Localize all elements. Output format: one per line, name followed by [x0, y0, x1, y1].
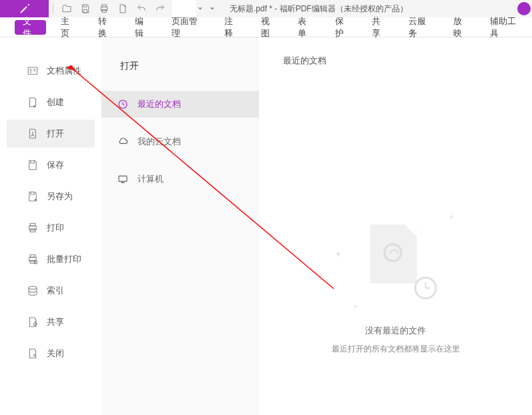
batchprint-icon [27, 253, 39, 265]
main-title: 最近的文档 [283, 55, 532, 67]
svg-rect-5 [30, 223, 35, 226]
properties-icon [27, 65, 39, 77]
menu-present[interactable]: 放映 [443, 17, 479, 37]
file-sidebar: 文档属性 创建 打开 保存 另存为 打印 批量打印 索引 [0, 37, 101, 415]
sidebar-item-label: 创建 [47, 96, 64, 108]
menu-comment[interactable]: 注释 [214, 17, 250, 37]
caret-down-icon [210, 6, 215, 11]
pen-icon [19, 3, 31, 15]
save-toolbar-button[interactable] [76, 0, 95, 17]
empty-illustration: ✦ + + [349, 211, 443, 305]
open-cloud[interactable]: 我的云文档 [101, 128, 259, 155]
sidebar-item-open[interactable]: 打开 [7, 120, 95, 148]
sparkle-icon: + [449, 211, 454, 222]
open-recent[interactable]: 最近的文档 [101, 91, 259, 118]
sidebar-item-save[interactable]: 保存 [7, 151, 95, 179]
menu-protect[interactable]: 保护 [324, 17, 361, 37]
close-icon [27, 348, 39, 360]
svg-rect-8 [30, 255, 35, 257]
sidebar-item-batchprint[interactable]: 批量打印 [7, 245, 95, 273]
hand-icon [172, 0, 196, 17]
sidebar-item-label: 关闭 [47, 348, 64, 360]
sidebar-item-saveas[interactable]: 另存为 [7, 182, 95, 211]
menu-accessibility[interactable]: 辅助工具 [479, 17, 532, 37]
clock-icon [117, 99, 128, 110]
toolbar-overflow-dropdown[interactable] [206, 6, 218, 11]
content-area: 文档属性 创建 打开 保存 另存为 打印 批量打印 索引 [0, 37, 532, 415]
menubar: 文件 主页 转换 编辑 页面管理 注释 视图 表单 保护 共享 云服务 放映 辅… [0, 17, 532, 37]
cloud-icon [117, 136, 128, 147]
sidebar-item-share[interactable]: 共享 [7, 308, 95, 336]
sidebar-item-label: 文档属性 [47, 65, 81, 77]
sidebar-item-index[interactable]: 索引 [7, 277, 95, 305]
sparkle-icon: + [353, 301, 358, 311]
svg-rect-1 [102, 5, 107, 7]
sidebar-item-close[interactable]: 关闭 [7, 339, 95, 368]
sidebar-item-label: 批量打印 [47, 253, 81, 265]
sidebar-item-label: 打印 [47, 222, 64, 234]
svg-point-11 [29, 286, 37, 289]
create-icon [27, 96, 39, 108]
caret-down-icon [198, 6, 203, 11]
save-icon [27, 159, 39, 171]
open-sidebar-title: 打开 [101, 53, 259, 91]
sidebar-item-label: 另存为 [47, 190, 73, 202]
computer-icon [117, 174, 128, 184]
new-toolbar-button[interactable] [113, 0, 132, 17]
menu-file[interactable]: 文件 [15, 20, 46, 35]
sidebar-item-properties[interactable]: 文档属性 [7, 57, 95, 85]
window-title: 无标题.pdf * - 福昕PDF编辑器（未经授权的产品） [218, 3, 517, 15]
empty-description: 最近打开的所有文档都将显示在这里 [259, 343, 532, 355]
sidebar-item-print[interactable]: 打印 [7, 214, 95, 242]
svg-rect-13 [119, 176, 127, 181]
menu-cloud[interactable]: 云服务 [398, 17, 443, 37]
share-icon [27, 316, 39, 328]
open-computer[interactable]: 计算机 [101, 166, 259, 192]
sidebar-item-label: 保存 [47, 159, 64, 171]
print-icon [27, 222, 39, 234]
menu-home[interactable]: 主页 [50, 17, 87, 37]
empty-title: 没有最近的文件 [259, 325, 532, 337]
menu-convert[interactable]: 转换 [87, 17, 124, 37]
main-panel: 最近的文档 ✦ + + 没有最近的文件 最近打开的所有文档都将显示在这里 [259, 37, 532, 415]
menu-page-manage[interactable]: 页面管理 [161, 17, 214, 37]
sidebar-item-label: 打开 [47, 128, 64, 140]
svg-rect-2 [102, 9, 107, 12]
svg-rect-6 [30, 229, 35, 233]
menu-edit[interactable]: 编辑 [124, 17, 161, 37]
empty-state: ✦ + + 没有最近的文件 最近打开的所有文档都将显示在这里 [259, 211, 532, 355]
svg-rect-3 [28, 67, 37, 75]
open-item-label: 我的云文档 [138, 136, 181, 148]
document-badge-icon [384, 243, 403, 262]
sidebar-item-label: 共享 [47, 316, 64, 328]
open-item-label: 计算机 [138, 173, 164, 185]
user-avatar[interactable] [517, 2, 531, 15]
menu-form[interactable]: 表单 [287, 17, 324, 37]
redo-toolbar-button[interactable] [151, 0, 170, 17]
index-icon [27, 285, 39, 297]
separator [53, 3, 53, 15]
clock-badge-icon [415, 277, 437, 299]
open-sidebar: 打开 最近的文档 我的云文档 计算机 [101, 37, 259, 415]
saveas-icon [27, 190, 39, 202]
menu-view[interactable]: 视图 [250, 17, 287, 37]
open-icon [27, 128, 39, 140]
sidebar-item-label: 索引 [47, 285, 64, 297]
sidebar-item-create[interactable]: 创建 [7, 88, 95, 116]
open-item-label: 最近的文档 [138, 98, 181, 110]
sparkle-icon: ✦ [334, 249, 342, 259]
menu-share[interactable]: 共享 [361, 17, 398, 37]
